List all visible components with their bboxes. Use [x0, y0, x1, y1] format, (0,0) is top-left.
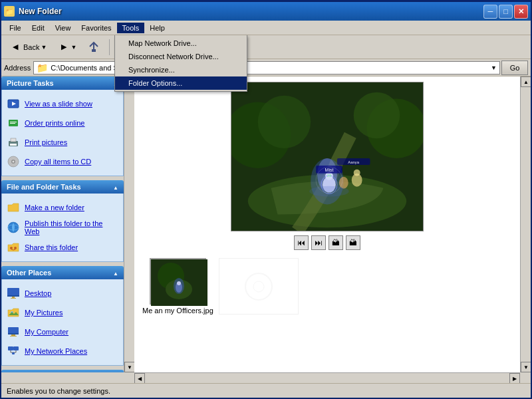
thumbnail-item-empty	[219, 258, 299, 315]
menu-tools[interactable]: Tools	[117, 23, 145, 33]
back-label: Back	[23, 43, 39, 51]
forward-icon: ▶	[57, 41, 70, 54]
forward-button[interactable]: ▶ ▼	[53, 39, 81, 56]
sidebar-item-desktop[interactable]: Desktop	[5, 284, 120, 303]
copy-cd-icon	[6, 154, 21, 169]
svg-rect-5	[10, 123, 15, 124]
dropdown-map-network[interactable]: Map Network Drive...	[115, 37, 247, 50]
svg-marker-12	[8, 203, 19, 211]
order-prints-icon	[6, 116, 21, 130]
details-header[interactable]: Details	[1, 370, 124, 372]
up-button[interactable]	[82, 39, 105, 56]
picture-tasks-body: View as a slide show Order prints online	[1, 90, 124, 176]
file-folder-tasks-header[interactable]: File and Folder Tasks	[1, 180, 124, 194]
horizontal-scrollbar[interactable]: ◀ ▶	[134, 372, 520, 383]
svg-rect-0	[92, 49, 96, 52]
sidebar-scrollbar[interactable]: ▲ ▼	[124, 76, 134, 372]
svg-text:Mist: Mist	[325, 168, 334, 172]
slideshow-label: View as a slide show	[25, 100, 92, 108]
menu-help[interactable]: Help	[144, 23, 170, 33]
svg-point-62	[245, 273, 272, 300]
main-image: Mist 23 Aanya	[231, 82, 424, 231]
menu-edit[interactable]: Edit	[27, 23, 50, 33]
back-button[interactable]: ◀ Back ▼	[4, 39, 51, 56]
maximize-button[interactable]: □	[499, 5, 513, 19]
my-computer-label: My Computer	[25, 328, 68, 336]
sidebar-item-publish-web[interactable]: Publish this folder to the Web	[5, 217, 120, 237]
address-input-container: 📁 C:\Documents and S ▼	[33, 61, 500, 74]
prev-image-button[interactable]: ⏮	[294, 235, 309, 250]
dropdown-synchronize[interactable]: Synchronize...	[115, 63, 247, 76]
sidebar-item-copy-cd[interactable]: Copy all items to CD	[5, 152, 120, 171]
menu-view[interactable]: View	[50, 23, 76, 33]
thumbnail-item-1[interactable]: Me an my Officers.jpg	[142, 258, 213, 315]
sidebar-item-network-places[interactable]: My Network Places	[5, 342, 120, 360]
zoom-in-button[interactable]: 🏔	[329, 235, 343, 250]
window-controls: ─ □ ✕	[483, 5, 528, 19]
svg-point-11	[13, 161, 15, 163]
menu-file[interactable]: File	[4, 23, 27, 33]
content-scrollbar[interactable]: ▲ ▼	[520, 76, 531, 372]
svg-rect-7	[11, 138, 16, 142]
other-places-body: Desktop My Pictures My Com	[1, 279, 124, 366]
svg-rect-27	[11, 334, 15, 336]
picture-tasks-header[interactable]: Picture Tasks	[1, 76, 124, 90]
go-button[interactable]: Go	[501, 61, 528, 75]
other-places-header[interactable]: Other Places	[1, 266, 124, 279]
svg-point-61	[177, 281, 181, 285]
menu-favorites[interactable]: Favorites	[76, 23, 116, 33]
sidebar-item-share-folder[interactable]: Share this folder	[5, 238, 120, 257]
content-scroll-up[interactable]: ▲	[521, 76, 531, 87]
sidebar-item-order-prints[interactable]: Order prints online	[5, 114, 120, 132]
window-title: New Folder	[19, 7, 483, 16]
file-folder-tasks-section: File and Folder Tasks Make a new folder	[1, 180, 124, 262]
status-text: Enables you to change settings.	[7, 387, 110, 395]
scroll-thumb[interactable]	[124, 87, 134, 362]
new-folder-label: Make a new folder	[25, 203, 84, 211]
next-image-button[interactable]: ⏭	[311, 235, 326, 250]
desktop-label: Desktop	[25, 289, 51, 297]
image-preview: Mist 23 Aanya	[140, 82, 515, 250]
svg-rect-29	[8, 346, 13, 350]
sidebar-item-my-computer[interactable]: My Computer	[5, 323, 120, 341]
sidebar-item-print[interactable]: Print pictures	[5, 133, 120, 152]
other-places-section: Other Places Desktop	[1, 266, 124, 366]
svg-point-16	[10, 247, 13, 249]
thumbnail-image-1	[150, 258, 206, 305]
sidebar-item-slideshow[interactable]: View as a slide show	[5, 94, 120, 113]
my-pictures-icon	[6, 305, 21, 320]
dropdown-disconnect-network[interactable]: Disconnect Network Drive...	[115, 50, 247, 63]
minimize-button[interactable]: ─	[483, 5, 497, 19]
hscroll-right[interactable]: ▶	[509, 373, 520, 384]
hscroll-track[interactable]	[145, 373, 509, 383]
svg-rect-30	[13, 346, 19, 350]
sidebar-item-my-pictures[interactable]: My Pictures	[5, 303, 120, 322]
svg-point-54	[309, 186, 349, 197]
svg-rect-8	[10, 144, 17, 146]
sidebar-item-new-folder[interactable]: Make a new folder	[5, 198, 120, 217]
svg-rect-26	[8, 333, 19, 334]
network-places-label: My Network Places	[25, 347, 87, 355]
desktop-icon	[6, 286, 21, 301]
svg-rect-21	[11, 298, 16, 299]
hscroll-left[interactable]: ◀	[134, 373, 145, 384]
sidebar-container: Picture Tasks View as a slide show	[1, 76, 134, 372]
my-computer-icon	[6, 325, 21, 339]
scroll-down-button[interactable]: ▼	[124, 362, 135, 372]
dropdown-folder-options[interactable]: Folder Options...	[115, 76, 247, 90]
status-bar: Enables you to change settings.	[1, 383, 531, 398]
title-bar: 📁 New Folder ─ □ ✕	[1, 2, 531, 21]
slideshow-icon	[6, 96, 21, 111]
svg-point-17	[14, 247, 17, 249]
close-button[interactable]: ✕	[514, 5, 528, 19]
address-label: Address	[4, 64, 31, 72]
zoom-out-button[interactable]: 🏔	[346, 235, 360, 250]
copy-cd-label: Copy all items to CD	[25, 158, 91, 166]
content-scroll-down[interactable]: ▼	[521, 362, 531, 372]
thumbnail-ghost	[219, 258, 299, 315]
file-folder-tasks-body: Make a new folder Publish this folder to…	[1, 194, 124, 262]
share-folder-label: Share this folder	[25, 243, 78, 251]
content-scroll-thumb[interactable]	[521, 87, 531, 362]
address-dropdown-arrow[interactable]: ▼	[491, 65, 497, 71]
back-icon: ◀	[9, 41, 22, 54]
